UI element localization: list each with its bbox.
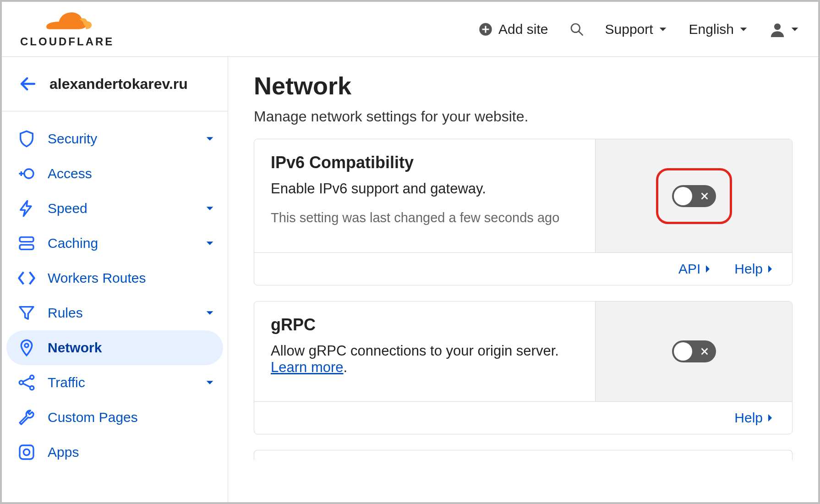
ipv6-toggle[interactable] (672, 185, 716, 207)
sidebar-item-label: Caching (48, 236, 193, 251)
page-title: Network (254, 71, 793, 100)
funnel-icon (17, 304, 36, 322)
grpc-desc-text: Allow gRPC connections to your origin se… (271, 343, 559, 359)
arrow-left-icon (18, 74, 38, 93)
brackets-icon (17, 269, 36, 287)
sidebar-item-label: Network (48, 340, 215, 356)
api-label: API (678, 261, 700, 277)
stack-icon (17, 234, 36, 252)
site-back-button[interactable]: alexandertokarev.ru (2, 57, 228, 111)
sidebar-item-traffic[interactable]: Traffic (6, 365, 223, 400)
account-menu[interactable] (770, 22, 800, 37)
cloud-icon (42, 11, 93, 33)
help-label: Help (734, 410, 763, 426)
svg-point-3 (774, 23, 781, 30)
apps-icon (17, 443, 36, 461)
wrench-icon (17, 408, 36, 427)
share-icon (17, 373, 36, 392)
help-link[interactable]: Help (734, 261, 774, 277)
card-ipv6-desc: Enable IPv6 support and gateway. (271, 181, 579, 197)
search-icon (569, 22, 584, 37)
shield-icon (17, 130, 36, 148)
language-menu[interactable]: English (689, 22, 749, 37)
card-ipv6-note: This setting was last changed a few seco… (271, 210, 579, 225)
sidebar-item-caching[interactable]: Caching (6, 226, 223, 261)
add-site-button[interactable]: Add site (477, 21, 548, 38)
sidebar: alexandertokarev.ru SecurityAccessSpeedC… (2, 57, 228, 502)
chevron-down-icon (205, 378, 215, 388)
cloudflare-logo[interactable]: CLOUDFLARE (20, 11, 114, 47)
support-label: Support (605, 22, 653, 37)
svg-point-12 (23, 449, 29, 455)
card-grpc-desc: Allow gRPC connections to your origin se… (271, 343, 579, 376)
sidebar-item-label: Custom Pages (48, 410, 215, 425)
add-site-label: Add site (498, 22, 548, 37)
sidebar-item-speed[interactable]: Speed (6, 191, 223, 226)
chevron-right-icon (766, 263, 774, 274)
svg-line-2 (579, 31, 583, 35)
svg-rect-5 (20, 237, 33, 242)
grpc-toggle[interactable] (672, 340, 716, 362)
chevron-right-icon (704, 263, 711, 274)
site-name: alexandertokarev.ru (49, 76, 188, 93)
svg-point-4 (24, 169, 33, 178)
sidebar-item-label: Speed (48, 201, 193, 216)
svg-rect-11 (20, 445, 33, 459)
chevron-down-icon (738, 24, 749, 34)
chevron-down-icon (205, 308, 215, 318)
sidebar-item-label: Apps (48, 444, 215, 460)
support-menu[interactable]: Support (605, 22, 668, 37)
card-grpc-title: gRPC (271, 315, 579, 334)
sidebar-item-access[interactable]: Access (6, 156, 223, 191)
sidebar-item-label: Security (48, 131, 193, 147)
card-ipv6-title: IPv6 Compatibility (271, 153, 579, 172)
sidebar-item-label: Workers Routes (48, 270, 215, 286)
x-icon (700, 346, 710, 356)
learn-more-link[interactable]: Learn more (271, 359, 344, 375)
grpc-desc-suffix: . (344, 359, 348, 375)
sidebar-item-label: Access (48, 166, 215, 181)
help-link[interactable]: Help (734, 410, 774, 426)
main-content: Network Manage network settings for your… (228, 57, 818, 502)
sidebar-item-workers-routes[interactable]: Workers Routes (6, 261, 223, 296)
access-icon (17, 164, 36, 183)
user-icon (770, 22, 785, 37)
pin-icon (17, 339, 36, 357)
api-link[interactable]: API (678, 261, 711, 277)
sidebar-item-label: Rules (48, 305, 193, 321)
card-grpc: gRPC Allow gRPC connections to your orig… (254, 301, 793, 434)
sidebar-item-network[interactable]: Network (6, 330, 223, 365)
bolt-icon (17, 199, 36, 218)
chevron-right-icon (766, 412, 774, 423)
chevron-down-icon (205, 238, 215, 248)
chevron-down-icon (790, 24, 800, 34)
sidebar-item-apps[interactable]: Apps (6, 435, 223, 470)
card-partial (254, 450, 793, 460)
sidebar-item-custom-pages[interactable]: Custom Pages (6, 400, 223, 435)
svg-point-1 (571, 24, 580, 33)
highlight-annotation (656, 168, 732, 224)
help-label: Help (734, 261, 763, 277)
plus-circle-icon (477, 21, 494, 38)
chevron-down-icon (205, 203, 215, 214)
x-icon (700, 191, 710, 201)
sidebar-item-security[interactable]: Security (6, 121, 223, 156)
chevron-down-icon (658, 24, 668, 34)
sidebar-item-label: Traffic (48, 375, 193, 390)
svg-point-7 (25, 344, 28, 347)
brand-text: CLOUDFLARE (20, 36, 114, 47)
card-ipv6: IPv6 Compatibility Enable IPv6 support a… (254, 139, 793, 285)
sidebar-item-rules[interactable]: Rules (6, 296, 223, 330)
page-subtitle: Manage network settings for your website… (254, 108, 793, 125)
svg-rect-6 (20, 245, 33, 249)
chevron-down-icon (205, 134, 215, 144)
language-label: English (689, 22, 734, 37)
search-button[interactable] (569, 22, 584, 37)
